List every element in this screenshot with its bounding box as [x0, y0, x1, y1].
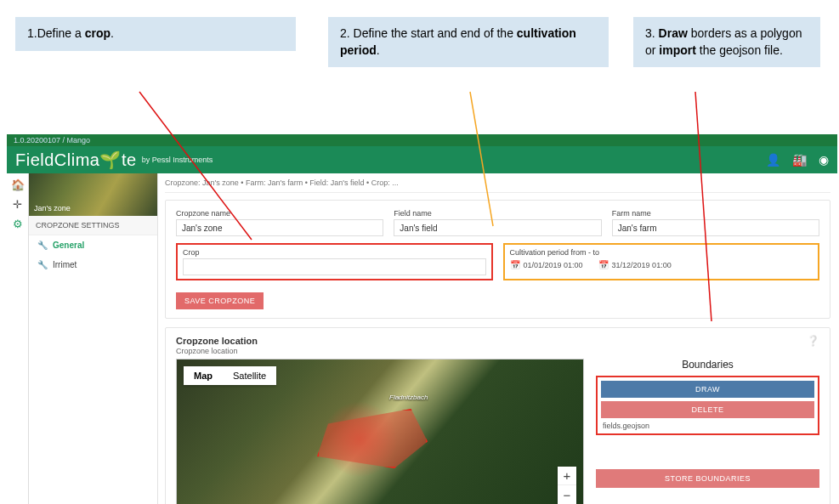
input-cult-from[interactable]: 01/01/2019 01:00 [510, 260, 583, 269]
input-cult-to[interactable]: 31/12/2019 01:00 [598, 260, 672, 269]
label-cropzone-name: Cropzone name [176, 209, 383, 218]
map-type-switch: Map Satellite [184, 366, 276, 385]
boundaries-highlight-box: DRAW DELETE fields.geojson [596, 376, 819, 435]
user-icon[interactable]: 👤 [766, 153, 780, 167]
map-zoom: + − [558, 467, 576, 504]
label-cultivation: Cultivation period from - to [510, 248, 813, 257]
brand-logo: FieldClima🌱te [15, 150, 137, 170]
input-farm-name[interactable] [612, 219, 819, 236]
sidebar-hero: Jan's zone [29, 173, 157, 216]
main-panel: Cropzone: Jan's zone • Farm: Jan's farm … [158, 173, 837, 504]
annotation-1: 1.Define a crop. [15, 17, 296, 51]
farm-icon[interactable]: 🏭 [792, 153, 807, 167]
signal-icon[interactable]: ◉ [819, 153, 829, 167]
wrench-icon: 🔧 [37, 241, 48, 250]
form-card: Cropzone name Field name Farm name [165, 200, 830, 319]
delete-button[interactable]: DELETE [601, 401, 814, 418]
annotation-2: 2. Define the start and end of the culti… [328, 17, 609, 67]
brand-subtitle: by Pessl Instruments [142, 156, 213, 164]
draw-button[interactable]: DRAW [601, 381, 814, 398]
input-field-name[interactable] [394, 219, 601, 236]
location-title: Cropzone location [176, 336, 258, 346]
map-widget[interactable]: Map Satellite Fladnitzbach + − Google Ma… [176, 359, 584, 504]
gear-icon[interactable]: ⚙ [13, 218, 23, 230]
add-icon[interactable]: ✛ [13, 198, 22, 211]
input-cropzone-name[interactable] [176, 219, 383, 236]
input-crop[interactable] [183, 258, 486, 275]
tab-map[interactable]: Map [184, 366, 223, 385]
annotation-3: 3. Draw borders as a polygon or import t… [633, 17, 820, 67]
label-crop: Crop [183, 248, 486, 257]
breadcrumb: Cropzone: Jan's zone • Farm: Jan's farm … [165, 173, 830, 193]
sidebar-item-irrimet[interactable]: 🔧 Irrimet [29, 255, 157, 275]
wrench-icon: 🔧 [37, 260, 48, 269]
sidebar-section-title: CROPZONE SETTINGS [29, 216, 157, 235]
zoom-out-button[interactable]: − [558, 485, 576, 504]
sidebar-item-label: Irrimet [53, 260, 77, 269]
store-boundaries-button[interactable]: STORE BOUNDARIES [596, 469, 819, 488]
location-subtitle: Cropzone location [166, 347, 830, 359]
help-icon[interactable]: ❔ [807, 335, 819, 347]
cultivation-highlight-box: Cultivation period from - to 01/01/2019 … [503, 243, 820, 280]
geojson-filename: fields.geojson [601, 422, 814, 430]
boundaries-title: Boundaries [596, 359, 819, 371]
tab-satellite[interactable]: Satellite [223, 366, 276, 385]
sidebar-item-label: General [53, 241, 84, 250]
label-farm-name: Farm name [612, 209, 819, 218]
app-window: 1.0.20200107 / Mango FieldClima🌱te by Pe… [7, 134, 837, 504]
location-card: Cropzone location ❔ Cropzone location Ma… [165, 327, 830, 504]
crop-highlight-box: Crop [176, 243, 493, 280]
sidebar: Jan's zone CROPZONE SETTINGS 🔧 General 🔧… [29, 173, 158, 504]
boundaries-panel: Boundaries DRAW DELETE fields.geojson ST… [596, 359, 819, 504]
zoom-in-button[interactable]: + [558, 467, 576, 485]
version-bar: 1.0.20200107 / Mango [7, 134, 837, 146]
topbar: FieldClima🌱te by Pessl Instruments 👤 🏭 ◉ [7, 146, 837, 173]
road-label: Fladnitzbach [389, 394, 428, 401]
icon-rail: 🏠 ✛ ⚙ [7, 173, 29, 504]
sidebar-item-general[interactable]: 🔧 General [29, 235, 157, 255]
field-polygon[interactable] [317, 409, 428, 468]
save-cropzone-button[interactable]: SAVE CROPZONE [176, 292, 264, 309]
home-icon[interactable]: 🏠 [11, 178, 25, 191]
label-field-name: Field name [394, 209, 601, 218]
